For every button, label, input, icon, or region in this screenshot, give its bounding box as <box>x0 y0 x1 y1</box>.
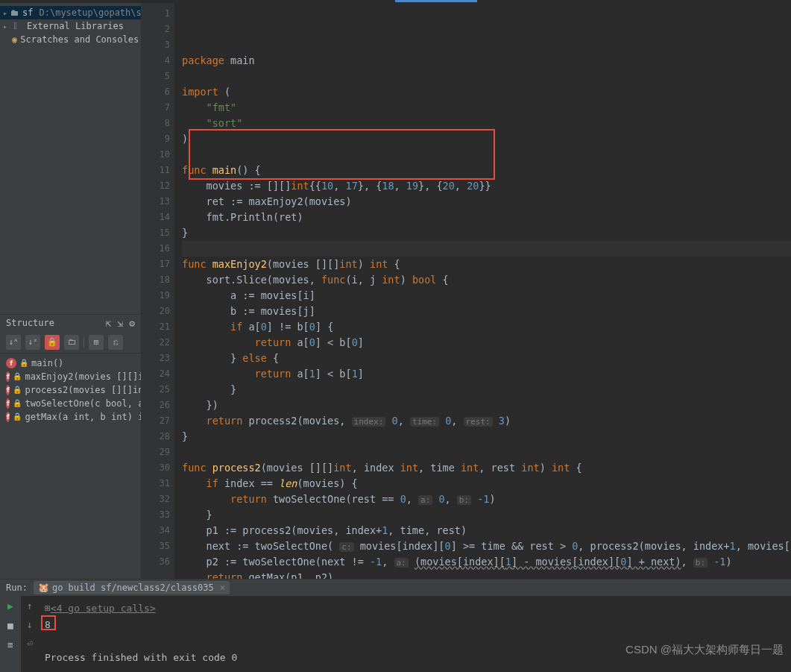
structure-item[interactable]: f🔒process2(movies [][]in <box>0 383 141 397</box>
code-line[interactable] <box>182 147 791 163</box>
code-line[interactable]: movies := [][]int{{10, 17}, {18, 19}, {2… <box>182 178 791 194</box>
line-number[interactable]: 26 <box>142 398 170 413</box>
code-line[interactable]: package main <box>182 53 791 69</box>
line-number[interactable]: 16 <box>142 241 170 257</box>
code-line[interactable]: fmt.Println(ret) <box>182 210 791 225</box>
line-number[interactable]: 12 <box>142 178 170 194</box>
line-number[interactable]: 35 <box>142 538 170 554</box>
code-line[interactable]: return a[0] < b[0] <box>182 335 791 351</box>
wrap-icon[interactable]: ⏎ <box>27 638 33 649</box>
line-number[interactable]: 21 <box>142 319 170 335</box>
line-number[interactable]: 34 <box>142 523 170 538</box>
structure-item[interactable]: f🔒maxEnjoy2(movies [][]in <box>0 370 141 383</box>
line-number[interactable]: 20 <box>142 304 170 319</box>
play-icon[interactable]: ▶ <box>4 599 17 612</box>
editor[interactable]: 1234567▶89101112131415161718192021222324… <box>142 3 791 579</box>
structure-item[interactable]: f🔒main() <box>0 357 141 370</box>
line-number[interactable]: 6 <box>142 84 170 100</box>
line-number[interactable]: ▶8 <box>142 116 170 131</box>
line-number[interactable]: 17 <box>142 257 170 272</box>
tree-icon[interactable]: ⎌ <box>108 335 123 350</box>
code-line[interactable]: ret := maxEnjoy2(movies) <box>182 194 791 210</box>
expand-icon[interactable]: ⊞ <box>45 603 51 614</box>
code-line[interactable]: "sort" <box>182 116 791 131</box>
layout-icon[interactable]: ⊞ <box>89 335 104 350</box>
stop-icon[interactable]: ■ <box>4 618 17 632</box>
code-line[interactable]: "fmt" <box>182 100 791 116</box>
code-line[interactable]: }) <box>182 398 791 413</box>
line-number[interactable]: 11 <box>142 163 170 178</box>
line-number[interactable]: 22 <box>142 335 170 351</box>
external-libraries[interactable]: ▸ 𝕀 External Libraries <box>0 19 141 33</box>
line-number[interactable]: 7 <box>142 100 170 116</box>
line-number[interactable]: 27 <box>142 413 170 429</box>
run-tab[interactable]: 🐹 go build sf/newclass2/class035 × <box>34 581 230 594</box>
line-number[interactable]: 15 <box>142 225 170 241</box>
project-root-sf[interactable]: ▸ 🖿 sf D:\mysetup\gopath\sr <box>0 6 141 19</box>
code-line[interactable]: } else { <box>182 351 791 366</box>
line-number[interactable]: ↻31 <box>142 476 170 492</box>
scratches-node[interactable]: ◉ Scratches and Consoles <box>0 33 141 46</box>
setup-calls[interactable]: <4 go setup calls> <box>51 603 156 614</box>
down-icon[interactable]: ↓ <box>27 619 33 630</box>
collapse-icon[interactable]: ⇲ <box>117 318 123 329</box>
line-number[interactable]: 14 <box>142 210 170 225</box>
code-line[interactable]: return getMax(p1, p2) <box>182 570 791 579</box>
line-number[interactable]: 23 <box>142 351 170 366</box>
line-number[interactable]: 30 <box>142 460 170 476</box>
code-line[interactable] <box>182 445 791 460</box>
code-line[interactable]: return a[1] < b[1] <box>182 366 791 382</box>
code-line[interactable]: next := twoSelectOne( c: movies[index][0… <box>182 538 791 554</box>
layout-icon[interactable]: ≡ <box>4 638 17 651</box>
line-number[interactable]: 2 <box>142 22 170 37</box>
line-number[interactable]: 3 <box>142 37 170 53</box>
code-line[interactable] <box>182 241 791 257</box>
code-line[interactable]: if a[0] != b[0] { <box>182 319 791 335</box>
code-line[interactable]: if index == len(movies) { <box>182 476 791 492</box>
line-number[interactable]: 10 <box>142 147 170 163</box>
sort-za-icon[interactable]: ↓ᶻ <box>25 335 40 350</box>
line-number[interactable]: 18 <box>142 272 170 288</box>
line-number[interactable]: 5 <box>142 69 170 84</box>
line-number[interactable]: 29 <box>142 445 170 460</box>
lock-icon[interactable]: 🔒 <box>45 335 60 350</box>
line-number[interactable]: 9 <box>142 131 170 147</box>
line-number[interactable]: 4 <box>142 53 170 69</box>
code-line[interactable] <box>182 69 791 84</box>
line-number[interactable]: 13 <box>142 194 170 210</box>
up-icon[interactable]: ↑ <box>27 600 33 612</box>
code-line[interactable]: func maxEnjoy2(movies [][]int) int { <box>182 257 791 272</box>
close-icon[interactable]: × <box>220 582 225 593</box>
line-number[interactable]: 25 <box>142 382 170 398</box>
code-line[interactable]: } <box>182 225 791 241</box>
code-area[interactable]: package main import ( "fmt" "sort") func… <box>174 3 791 579</box>
line-number[interactable]: 36 <box>142 554 170 570</box>
code-line[interactable]: p2 := twoSelectOne(next != -1, a: (movie… <box>182 554 791 570</box>
gear-icon[interactable]: ⚙ <box>129 318 135 329</box>
line-number[interactable]: 24 <box>142 366 170 382</box>
code-line[interactable]: p1 := process2(movies, index+1, time, re… <box>182 523 791 538</box>
code-line[interactable]: } <box>182 507 791 523</box>
code-line[interactable]: func main() { <box>182 163 791 178</box>
code-line[interactable]: b := movies[j] <box>182 304 791 319</box>
code-line[interactable]: func process2(movies [][]int, index int,… <box>182 460 791 476</box>
code-line[interactable]: sort.Slice(movies, func(i, j int) bool { <box>182 272 791 288</box>
line-number[interactable]: 19 <box>142 288 170 304</box>
folder-icon[interactable]: 🗀 <box>64 335 79 350</box>
code-line[interactable]: return twoSelectOne(rest == 0, a: 0, b: … <box>182 492 791 507</box>
code-line[interactable]: import ( <box>182 84 791 100</box>
code-line[interactable]: a := movies[i] <box>182 288 791 304</box>
sort-az-icon[interactable]: ↓ᴬ <box>6 335 21 350</box>
line-number[interactable]: 33 <box>142 507 170 523</box>
line-number[interactable]: 28 <box>142 429 170 445</box>
structure-item[interactable]: f🔒twoSelectOne(c bool, a <box>0 397 141 410</box>
code-line[interactable]: } <box>182 382 791 398</box>
line-number[interactable]: ↻32 <box>142 492 170 507</box>
code-line[interactable]: return process2(movies, index: 0, time: … <box>182 413 791 429</box>
code-line[interactable]: ) <box>182 131 791 147</box>
structure-item[interactable]: f🔒getMax(a int, b int) int <box>0 410 141 424</box>
console-output[interactable]: ⊞<4 go setup calls> 8 Process finished w… <box>39 596 791 672</box>
line-number[interactable]: 1 <box>142 6 170 22</box>
code-line[interactable]: } <box>182 429 791 445</box>
expand-icon[interactable]: ⇱ <box>106 318 112 329</box>
